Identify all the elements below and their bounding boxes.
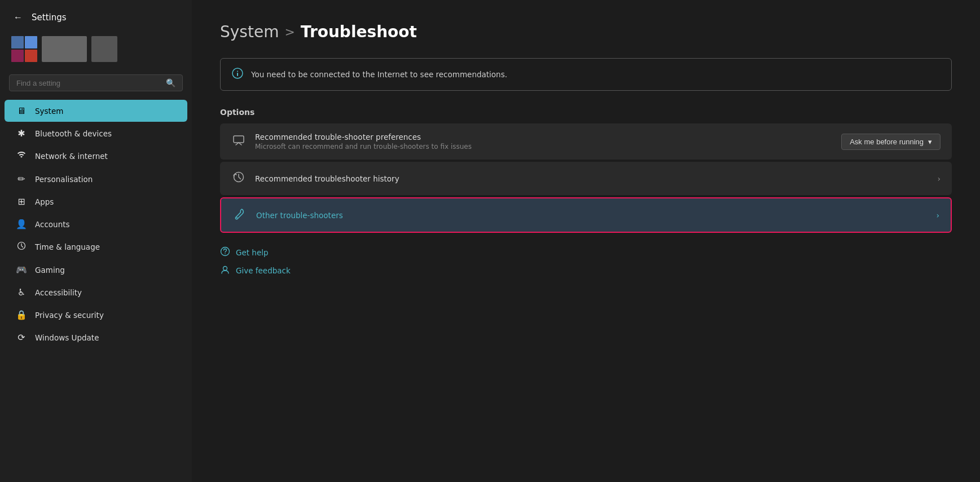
sidebar-item-label: Privacy & security (35, 311, 104, 320)
sidebar-item-updates[interactable]: ⟳ Windows Update (5, 326, 187, 348)
other-troubleshooters-row[interactable]: Other trouble-shooters › (220, 197, 952, 233)
back-button[interactable]: ← (11, 10, 25, 25)
accounts-icon: 👤 (16, 219, 27, 229)
svg-rect-3 (237, 73, 238, 76)
system-icon: 🖥 (16, 105, 27, 116)
sidebar-item-label: Network & internet (35, 152, 108, 161)
updates-icon: ⟳ (16, 332, 27, 343)
options-label: Options (220, 108, 952, 117)
troubleshooter-preferences-row[interactable]: Recommended trouble-shooter preferences … (220, 123, 952, 160)
other-right: › (936, 211, 939, 220)
sidebar-item-label: Gaming (35, 266, 65, 275)
accessibility-icon: ♿ (16, 287, 27, 298)
logo-area (0, 30, 192, 71)
time-icon (16, 241, 27, 253)
network-icon (16, 151, 27, 162)
give-feedback-icon (220, 264, 230, 277)
sidebar-item-accounts[interactable]: 👤 Accounts (5, 213, 187, 235)
breadcrumb-separator: > (284, 25, 295, 39)
troubleshooter-history-row[interactable]: Recommended troubleshooter history › (220, 162, 952, 195)
sidebar-item-personalisation[interactable]: ✏ Personalisation (5, 168, 187, 190)
svg-point-7 (221, 247, 230, 256)
get-help-icon (220, 246, 230, 259)
history-text: Recommended troubleshooter history (255, 174, 928, 183)
sidebar-item-gaming[interactable]: 🎮 Gaming (5, 259, 187, 281)
info-text: You need to be connected to the Internet… (251, 70, 507, 79)
preferences-dropdown[interactable]: Ask me before running ▾ (841, 134, 941, 150)
apps-icon: ⊞ (16, 196, 27, 207)
dropdown-value: Ask me before running (850, 138, 924, 146)
breadcrumb-current: Troubleshoot (301, 23, 417, 41)
bluetooth-icon: ✱ (16, 128, 27, 139)
sidebar-header: ← Settings (0, 0, 192, 30)
preferences-subtitle: Microsoft can recommend and run trouble-… (255, 143, 832, 151)
history-right: › (937, 174, 941, 183)
svg-point-2 (237, 71, 238, 72)
sidebar-item-label: Bluetooth & devices (35, 129, 112, 138)
sidebar-item-label: Accounts (35, 220, 70, 229)
personalisation-icon: ✏ (16, 174, 27, 184)
sidebar-item-accessibility[interactable]: ♿ Accessibility (5, 281, 187, 303)
sidebar-item-label: Personalisation (35, 175, 93, 184)
svg-point-9 (223, 267, 227, 271)
give-feedback-link[interactable]: Give feedback (220, 264, 952, 277)
svg-rect-4 (234, 136, 244, 143)
history-title: Recommended troubleshooter history (255, 174, 928, 183)
give-feedback-label: Give feedback (236, 266, 291, 275)
sidebar-item-label: Apps (35, 197, 54, 206)
search-container: 🔍 (0, 71, 192, 99)
history-icon (231, 171, 246, 186)
breadcrumb-parent: System (220, 23, 279, 41)
info-icon (232, 68, 243, 81)
wrench-icon (232, 207, 247, 223)
search-icon: 🔍 (166, 78, 175, 87)
sidebar-item-privacy[interactable]: 🔒 Privacy & security (5, 304, 187, 326)
nav-list: 🖥 System ✱ Bluetooth & devices Network &… (0, 99, 192, 482)
preferences-right: Ask me before running ▾ (841, 134, 941, 150)
chevron-right-icon: › (937, 174, 941, 183)
chevron-right-icon: › (936, 211, 939, 220)
svg-point-8 (225, 253, 226, 254)
sidebar-item-system[interactable]: 🖥 System (5, 100, 187, 122)
get-help-link[interactable]: Get help (220, 246, 952, 259)
sidebar-item-time[interactable]: Time & language (5, 236, 187, 258)
links-section: Get help Give feedback (220, 246, 952, 277)
chat-icon (231, 134, 246, 149)
sidebar-item-bluetooth[interactable]: ✱ Bluetooth & devices (5, 122, 187, 144)
svg-point-6 (236, 217, 238, 218)
info-banner: You need to be connected to the Internet… (220, 58, 952, 91)
preferences-text: Recommended trouble-shooter preferences … (255, 132, 832, 151)
breadcrumb: System > Troubleshoot (220, 23, 952, 41)
sidebar-item-label: System (35, 107, 63, 116)
sidebar-item-label: Time & language (35, 242, 100, 251)
search-input[interactable] (16, 79, 161, 87)
sidebar-item-label: Accessibility (35, 288, 82, 297)
main-content: System > Troubleshoot You need to be con… (192, 0, 980, 482)
sidebar-item-network[interactable]: Network & internet (5, 145, 187, 167)
privacy-icon: 🔒 (16, 309, 27, 320)
sidebar-item-label: Windows Update (35, 333, 99, 342)
chevron-down-icon: ▾ (928, 138, 932, 146)
other-text: Other trouble-shooters (256, 211, 927, 220)
sidebar-item-apps[interactable]: ⊞ Apps (5, 191, 187, 213)
other-title: Other trouble-shooters (256, 211, 927, 220)
gaming-icon: 🎮 (16, 264, 27, 275)
preferences-title: Recommended trouble-shooter preferences (255, 132, 832, 141)
get-help-label: Get help (236, 248, 269, 257)
app-title: Settings (32, 12, 67, 23)
sidebar: ← Settings 🔍 🖥 System ✱ Bluetooth & devi… (0, 0, 192, 482)
